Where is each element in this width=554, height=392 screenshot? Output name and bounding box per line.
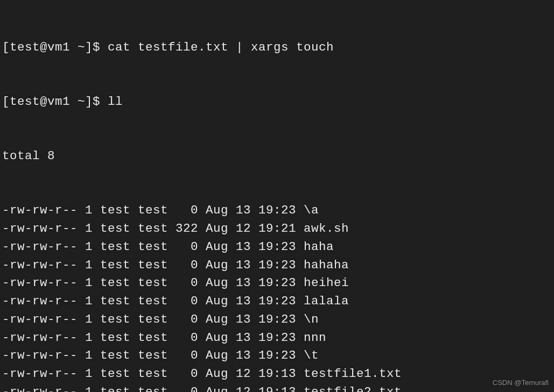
prompt: [test@vm1 ~]$ [2,95,108,109]
command-line: [test@vm1 ~]$ cat testfile.txt | xargs t… [2,39,552,57]
watermark: CSDN @Ternurafl [493,377,549,388]
prompt: [test@vm1 ~]$ [2,40,108,54]
command-text: ll [108,95,123,109]
command-text: cat testfile.txt | xargs touch [108,40,334,54]
file-row: -rw-rw-r-- 1 test test 0 Aug 13 19:23 he… [2,274,552,293]
terminal-output[interactable]: [test@vm1 ~]$ cat testfile.txt | xargs t… [2,2,552,392]
file-row: -rw-rw-r-- 1 test test 0 Aug 13 19:23 \n [2,311,552,329]
file-row: -rw-rw-r-- 1 test test 322 Aug 12 19:21 … [2,220,552,238]
file-row: -rw-rw-r-- 1 test test 0 Aug 13 19:23 ha… [2,238,552,256]
file-row: -rw-rw-r-- 1 test test 0 Aug 13 19:23 la… [2,293,552,311]
total-line: total 8 [2,147,552,166]
file-row: -rw-rw-r-- 1 test test 0 Aug 13 19:23 nn… [2,329,552,347]
file-row: -rw-rw-r-- 1 test test 0 Aug 13 19:23 \t [2,347,552,365]
command-line: [test@vm1 ~]$ ll [2,93,552,111]
file-row: -rw-rw-r-- 1 test test 0 Aug 12 19:13 te… [2,365,552,383]
file-row: -rw-rw-r-- 1 test test 0 Aug 12 19:13 te… [2,383,552,392]
file-row: -rw-rw-r-- 1 test test 0 Aug 13 19:23 ha… [2,256,552,275]
file-row: -rw-rw-r-- 1 test test 0 Aug 13 19:23 \a [2,202,552,220]
file-listing-1: -rw-rw-r-- 1 test test 0 Aug 13 19:23 \a… [2,202,552,392]
